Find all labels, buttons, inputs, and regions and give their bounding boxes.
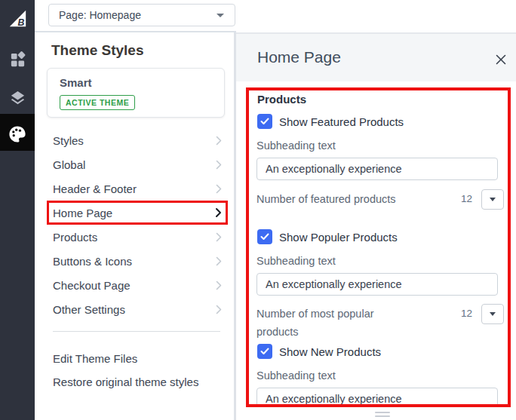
chevron-right-icon (216, 232, 222, 242)
menu-item-label: Home Page (47, 207, 215, 219)
panel-title: Theme Styles (51, 42, 144, 59)
home-page-panel-header: Home Page (236, 32, 516, 81)
menu-item-label: Checkout Page (47, 279, 216, 292)
page-selector-value: Page: Homepage (49, 9, 217, 21)
menu-item-label: Products (47, 231, 216, 244)
close-icon[interactable] (494, 53, 508, 66)
chevron-right-icon (216, 136, 222, 146)
menu-item-label: Buttons & Icons (47, 255, 216, 268)
widgets-icon (9, 51, 26, 69)
active-theme-badge: ACTIVE THEME (60, 95, 135, 110)
menu-item-buttons-icons[interactable]: Buttons & Icons (47, 249, 228, 273)
subheading-input-2[interactable] (256, 273, 498, 296)
dropdown-caret-icon (490, 198, 496, 201)
check-icon (260, 118, 269, 125)
panel-title: Home Page (257, 48, 341, 66)
chevron-right-icon (216, 160, 222, 170)
menu-item-products[interactable]: Products (47, 225, 228, 249)
show-popular-products-checkbox[interactable] (257, 229, 272, 244)
show-new-products-checkbox[interactable] (257, 344, 272, 359)
dropdown-caret-icon (490, 312, 496, 316)
restore-theme-styles-link[interactable]: Restore original theme styles (53, 376, 198, 388)
menu-item-label: Styles (47, 134, 216, 147)
topbar: Page: Homepage (35, 0, 236, 32)
drag-handle[interactable] (375, 412, 390, 419)
bigcommerce-logo-icon[interactable]: B (0, 5, 35, 31)
subheading-label: Subheading text (256, 139, 336, 152)
layers-icon (9, 89, 26, 106)
chevron-right-icon (216, 305, 222, 314)
check-icon (260, 233, 269, 241)
number-field-label: Number of featured products (256, 190, 419, 208)
divider (53, 331, 220, 332)
page-selector-dropdown[interactable]: Page: Homepage (48, 4, 235, 26)
checkbox-label: Show New Products (279, 345, 381, 358)
number-field-label: Number of most popular products (256, 305, 419, 341)
palette-icon (8, 124, 27, 144)
svg-text:B: B (17, 17, 24, 27)
number-dropdown-button-1[interactable] (481, 189, 504, 210)
chevron-right-icon (215, 207, 222, 218)
chevron-right-icon (216, 184, 222, 194)
widgets-icon[interactable] (0, 47, 35, 72)
subheading-label: Subheading text (256, 369, 336, 382)
theme-editor-app: B Pag (0, 0, 516, 420)
menu-item-label: Global (47, 158, 216, 171)
bigcommerce-logo-icon: B (8, 8, 28, 29)
number-dropdown-button-2[interactable] (481, 304, 504, 324)
menu-item-checkout-page[interactable]: Checkout Page (47, 273, 228, 297)
chevron-right-icon (216, 256, 222, 266)
check-icon (260, 348, 269, 355)
menu-item-styles[interactable]: Styles (47, 128, 228, 152)
menu-item-home-page[interactable]: Home Page (47, 201, 228, 225)
layers-icon[interactable] (0, 84, 35, 110)
number-value: 12 (451, 193, 472, 204)
theme-name: Smart (60, 76, 92, 89)
active-theme-card[interactable]: Smart ACTIVE THEME (47, 68, 225, 118)
theme-settings-menu: Styles Global Header & Footer Home Page … (47, 128, 228, 321)
checkbox-label: Show Featured Products (279, 115, 404, 128)
annotation-highlight-box: Products Show Featured Products Subheadi… (246, 87, 511, 407)
edit-theme-files-link[interactable]: Edit Theme Files (53, 352, 137, 365)
menu-item-header-footer[interactable]: Header & Footer (47, 176, 228, 201)
palette-icon[interactable] (0, 121, 35, 147)
theme-styles-panel: Theme Styles Smart ACTIVE THEME Styles G… (35, 32, 236, 420)
subheading-input-1[interactable] (256, 158, 498, 180)
subheading-label: Subheading text (256, 255, 336, 267)
menu-item-label: Header & Footer (47, 182, 216, 195)
subheading-input-3[interactable] (256, 388, 498, 407)
number-value: 12 (451, 308, 472, 319)
show-featured-products-checkbox[interactable] (257, 114, 272, 129)
icon-rail: B (0, 0, 35, 420)
section-title: Products (257, 93, 306, 106)
menu-item-other-settings[interactable]: Other Settings (47, 297, 228, 321)
dropdown-caret-icon (217, 14, 224, 17)
chevron-right-icon (216, 281, 222, 290)
menu-item-label: Other Settings (47, 303, 216, 316)
menu-item-global[interactable]: Global (47, 152, 228, 176)
checkbox-label: Show Populer Products (279, 231, 398, 244)
